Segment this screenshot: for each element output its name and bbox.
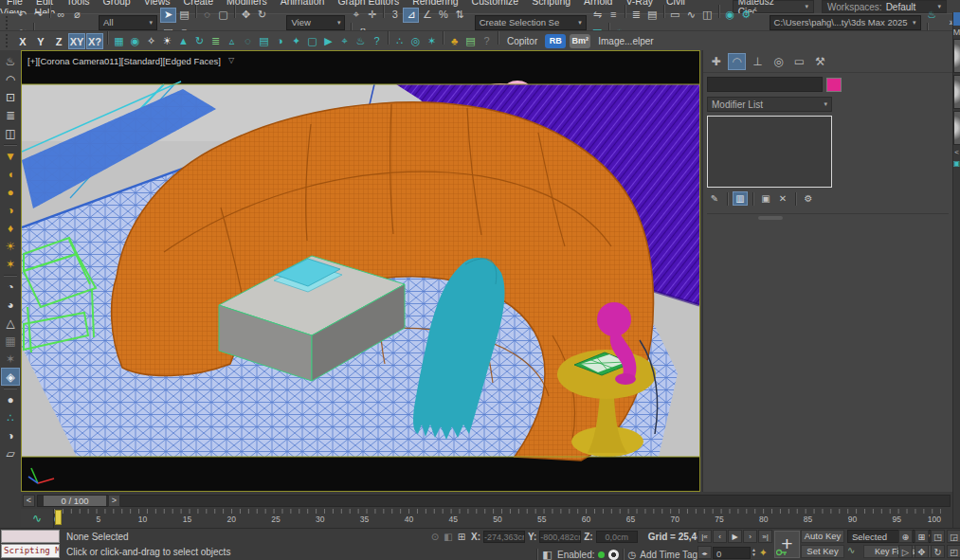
auto-key-button[interactable]: Auto Key — [801, 530, 844, 543]
bell-icon[interactable]: ▵ — [224, 33, 240, 50]
copitor-button[interactable]: Copitor — [501, 36, 543, 46]
rect-region-icon[interactable]: ◌ — [199, 7, 215, 22]
scene-explorer-icon[interactable]: ≣ — [628, 8, 644, 23]
viewport-scene[interactable] — [22, 51, 699, 491]
time-slider-handle[interactable]: 0 / 100 — [44, 496, 106, 506]
set-keys-button[interactable]: + — [774, 531, 800, 558]
pan-button[interactable]: ✥ — [915, 545, 929, 558]
selection-lock-icon[interactable]: ◧ — [442, 531, 455, 543]
time-tag-icon[interactable]: ◷ — [627, 550, 636, 560]
mute-toggle-icon[interactable] — [608, 550, 619, 560]
configure-sets-button[interactable]: ⚙ — [801, 191, 816, 206]
select-rotate-icon[interactable]: ↻ — [254, 8, 270, 23]
help-circle-icon[interactable]: ? — [479, 32, 495, 49]
corona-cone-light-icon[interactable]: ▼ — [1, 147, 20, 165]
zoom-extents-button[interactable]: ◳ — [931, 530, 945, 543]
menu-scripting[interactable]: Scripting — [525, 0, 577, 7]
hierarchy-tab[interactable]: ⊥ — [749, 53, 767, 70]
corona-light-stand-icon[interactable]: △ — [1, 314, 20, 332]
corona-scatter-icon[interactable]: ✶ — [1, 350, 20, 368]
unlink-icon[interactable]: ⌀ — [69, 8, 85, 23]
set-key-filter-icon[interactable]: ∿ — [847, 545, 860, 555]
mini-curve-editor-button[interactable]: ∿ — [21, 509, 54, 528]
make-unique-button[interactable]: ▣ — [758, 191, 773, 206]
corona-dome-light-icon[interactable]: ◖ — [1, 165, 20, 183]
pin-stack-button[interactable]: ✎ — [707, 191, 722, 206]
angle-snap-icon[interactable]: ∠ — [419, 8, 435, 23]
material-sample-slot[interactable] — [953, 39, 960, 73]
viewport-filter-icon[interactable]: ▽ — [228, 56, 234, 66]
layer-icon[interactable]: ▤ — [256, 33, 272, 50]
prev-frame-button[interactable]: ‹ — [713, 530, 727, 543]
modifier-list-dropdown[interactable]: Modifier List ▾ — [707, 97, 832, 112]
track-config-icon[interactable]: ◧ — [541, 547, 553, 560]
bulb-small-icon[interactable]: ✦ — [288, 33, 304, 50]
spray-icon[interactable]: ✶ — [424, 33, 440, 50]
go-start-button[interactable]: |« — [697, 530, 712, 543]
display-tab[interactable]: ▭ — [790, 53, 808, 70]
time-marker[interactable] — [55, 510, 62, 525]
x-coordinate-field[interactable]: -274,363cm — [483, 531, 525, 543]
maximize-viewport-button[interactable]: ◰ — [947, 545, 960, 558]
scatter-dots-icon[interactable]: ∴ — [391, 33, 408, 50]
snap-toggle-icon[interactable]: ⊿ — [403, 8, 419, 23]
create-camera-icon[interactable]: ◉ — [127, 33, 143, 50]
motion-tab[interactable]: ◎ — [770, 53, 788, 70]
redo-icon[interactable]: ↷ — [30, 8, 46, 23]
constrain-xy-button[interactable]: XY — [68, 33, 85, 49]
named-selection-dropdown[interactable]: Create Selection Se ▾ — [475, 15, 587, 30]
select-by-name-icon[interactable]: ▤ — [176, 8, 192, 23]
spinner-snap-icon[interactable]: ⇅ — [451, 8, 467, 23]
selection-filter-dropdown[interactable]: All ▾ — [99, 15, 157, 30]
y-coordinate-field[interactable]: -800,482cm — [539, 531, 581, 543]
teapot-wire-icon[interactable]: ♨ — [353, 33, 369, 50]
zoom-all-button[interactable]: ⊞ — [915, 530, 929, 543]
select-object-icon[interactable]: ➤ — [160, 8, 176, 23]
go-end-button[interactable]: »| — [758, 530, 772, 543]
time-slider-track[interactable]: 0 / 100 > — [37, 495, 951, 507]
palette-round-icon[interactable]: ◑ — [1, 426, 20, 444]
target-dot-icon[interactable]: ◎ — [408, 33, 424, 50]
viewport-menu-camera[interactable]: [Corona Camera011] — [38, 56, 121, 66]
select-manipulate-icon[interactable]: ✛ — [364, 8, 380, 23]
create-tab[interactable]: ✚ — [707, 53, 725, 70]
play-button[interactable]: ▶ — [728, 530, 742, 543]
keyboard-override-icon[interactable]: 3 — [387, 7, 403, 22]
corona-photometric-light-icon[interactable]: ♦ — [1, 219, 20, 237]
z-coordinate-field[interactable]: 0,0cm — [596, 531, 638, 543]
target-icon[interactable]: ⌖ — [336, 33, 353, 50]
select-link-icon[interactable]: ∞ — [53, 7, 69, 22]
absolute-mode-icon[interactable]: ⊞ — [455, 531, 468, 543]
constrain-x-button[interactable]: X — [14, 33, 31, 49]
corona-interactive-icon[interactable]: ◠ — [1, 70, 20, 88]
constrain-z-button[interactable]: Z — [50, 33, 67, 49]
slate-material-icon[interactable]: ▱ — [1, 444, 20, 462]
corona-render-icon[interactable]: ♨ — [1, 52, 20, 70]
remove-modifier-button[interactable]: ✕ — [775, 191, 790, 206]
menu-group[interactable]: Group — [97, 0, 137, 7]
palette-icon[interactable]: ◑ — [272, 32, 288, 49]
state-sets-icon[interactable]: ▦ — [111, 33, 127, 50]
viewport-menu-general[interactable]: [+] — [27, 56, 38, 66]
dock-tool-icon[interactable]: ▣ — [953, 159, 960, 168]
utilities-tab[interactable]: ⚒ — [811, 53, 829, 70]
corona-sphere-light-icon[interactable]: ● — [1, 183, 20, 201]
forest-icon[interactable]: ♣ — [446, 32, 462, 49]
lister-green-icon[interactable]: ▤ — [462, 33, 479, 50]
tree-icon[interactable]: ▲ — [175, 32, 191, 49]
isolate-selection-icon[interactable]: ⊙ — [428, 531, 442, 543]
frame-spinner[interactable]: ▲▼ — [752, 548, 756, 557]
fov-button[interactable]: ▷ — [898, 545, 913, 558]
layer-explorer-icon[interactable]: ▤ — [644, 8, 661, 23]
project-folder-dropdown[interactable]: C:\Users\pahg\...ty\3ds Max 2025 ▾ — [770, 15, 921, 30]
percent-snap-icon[interactable]: % — [435, 7, 451, 22]
zoom-button[interactable]: ⊕ — [898, 530, 913, 543]
render-flyout-icon[interactable]: ♨ — [924, 8, 940, 23]
corona-material-icon[interactable]: ◕ — [1, 296, 20, 314]
toolbar-grip[interactable] — [6, 34, 11, 47]
undo-icon[interactable]: ↶ — [14, 8, 30, 23]
curve-editor-icon[interactable]: ∿ — [683, 8, 699, 23]
maxscript-mini-listener-top[interactable] — [1, 530, 60, 543]
corona-proxy-icon[interactable]: ▦ — [1, 332, 20, 350]
light-bulb-icon[interactable]: ✧ — [143, 33, 159, 50]
